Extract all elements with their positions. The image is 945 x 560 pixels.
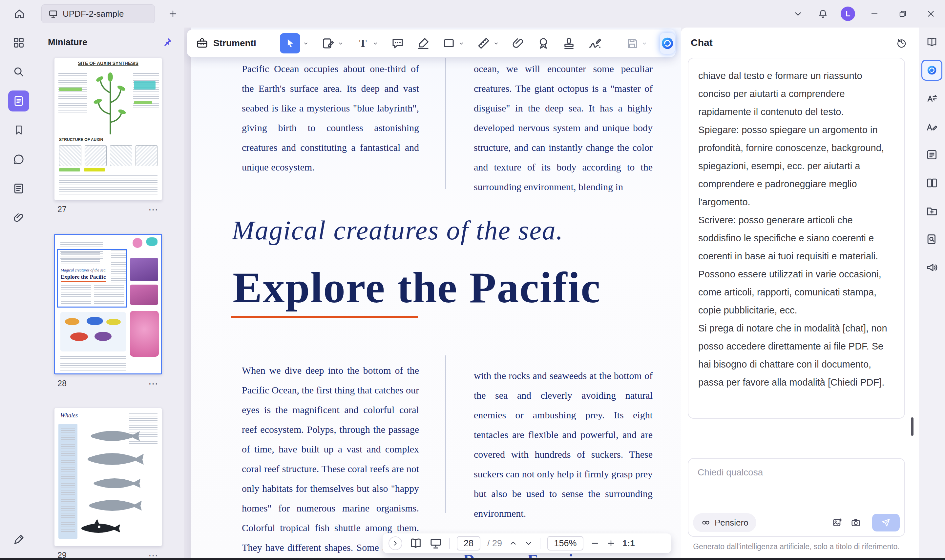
pen-tools-button[interactable] — [8, 529, 29, 550]
expand-controls-button[interactable] — [388, 536, 402, 550]
whale-illustrations — [79, 421, 158, 543]
chat-input-card: Pensiero — [688, 458, 905, 537]
save-dropdown[interactable] — [641, 40, 648, 47]
thumbnail-menu-button[interactable]: ⋯ — [148, 378, 159, 389]
comments-button[interactable] — [8, 149, 29, 170]
presentation-mode-button[interactable] — [429, 537, 442, 550]
open-book-icon — [409, 537, 422, 550]
summary-button[interactable] — [8, 178, 29, 199]
shapes-tool-button[interactable] — [442, 36, 456, 50]
coral-illustration — [133, 238, 142, 248]
text-tool-button[interactable]: T — [356, 36, 370, 50]
column-divider — [445, 355, 446, 513]
zoom-out-button[interactable] — [590, 539, 600, 548]
page-number-input[interactable] — [457, 536, 480, 551]
highlighter-tool-button[interactable] — [416, 36, 430, 50]
tools-menu-button[interactable]: Strumenti — [196, 37, 256, 50]
broadcast-button[interactable] — [921, 257, 942, 278]
chemical-structures — [59, 145, 157, 166]
add-folder-button[interactable] — [921, 201, 942, 222]
avatar: L — [841, 6, 855, 21]
measure-tool-button[interactable] — [477, 36, 490, 50]
thumbnail-menu-button[interactable]: ⋯ — [148, 204, 159, 215]
attach-file-button[interactable] — [512, 37, 525, 50]
split-view-button[interactable] — [921, 172, 942, 194]
actual-size-button[interactable]: 1:1 — [623, 538, 635, 549]
chat-history-button[interactable] — [893, 34, 910, 51]
paragraph-bottom-right: with the rocks and seaweeds at the botto… — [474, 366, 653, 523]
close-button[interactable] — [917, 0, 945, 28]
section-subtitle: Magical creatures of the sea. — [191, 215, 604, 246]
comment-tool-button[interactable] — [391, 36, 405, 50]
document-tab[interactable]: UPDF-2-sample — [42, 4, 155, 23]
restore-icon — [898, 9, 907, 18]
shapes-dropdown[interactable] — [458, 40, 465, 47]
image-add-icon — [832, 517, 843, 528]
notifications-button[interactable] — [811, 0, 836, 28]
left-icon-rail — [0, 28, 37, 560]
chat-scrollbar[interactable] — [911, 417, 914, 436]
reading-mode-button[interactable] — [409, 537, 422, 550]
paperclip-icon — [13, 212, 25, 224]
chevron-down-icon — [337, 40, 344, 47]
minimize-button[interactable] — [860, 0, 889, 28]
thinking-mode-button[interactable]: Pensiero — [693, 513, 756, 532]
stamp-tool-button[interactable] — [562, 36, 576, 50]
add-image-button[interactable] — [828, 514, 846, 532]
edit-page-dropdown[interactable] — [337, 40, 344, 47]
attachments-button[interactable] — [8, 207, 29, 228]
reader-panel-button[interactable] — [921, 31, 942, 52]
account-button[interactable]: L — [836, 0, 860, 28]
toolbox-icon — [196, 37, 209, 50]
save-button[interactable] — [626, 37, 639, 50]
thumbnails-panel-button[interactable] — [8, 91, 29, 111]
marker-icon — [416, 36, 430, 50]
document-search-button[interactable] — [921, 229, 942, 250]
send-button[interactable] — [872, 514, 900, 531]
thumb27-green-chip — [59, 88, 82, 91]
select-tool-dropdown[interactable] — [302, 40, 310, 47]
screenshot-button[interactable] — [846, 514, 865, 532]
summary-note-button[interactable] — [921, 144, 942, 165]
coral-illustration — [130, 311, 159, 357]
home-button[interactable] — [12, 6, 27, 21]
search-button[interactable] — [8, 61, 29, 82]
next-page-button[interactable] — [524, 539, 533, 548]
page-thumbnail-27[interactable]: SITE OF AUXIN SYNTHESIS STRUCTURE OF AUX… — [54, 58, 162, 215]
ai-chat-tab-button[interactable] — [921, 60, 942, 81]
viewport-indicator: Magical creatures of the sea. Explore th… — [57, 249, 127, 308]
new-tab-button[interactable] — [166, 7, 180, 21]
page-controls-bar: / 29 156% 1:1 — [382, 534, 671, 553]
translate-button[interactable] — [921, 88, 942, 109]
chevron-right-icon — [392, 540, 399, 547]
signature-tool-button[interactable] — [588, 36, 602, 51]
ai-writing-button[interactable] — [921, 116, 942, 137]
measure-dropdown[interactable] — [493, 40, 500, 47]
restore-button[interactable] — [889, 0, 917, 28]
chat-input[interactable] — [688, 459, 904, 508]
zoom-in-button[interactable] — [606, 539, 615, 548]
text-tool-dropdown[interactable] — [372, 40, 379, 47]
main-toolbar: Strumenti T — [187, 29, 675, 57]
plant-illustration — [87, 70, 133, 135]
select-tool-button[interactable] — [280, 33, 300, 54]
apps-button[interactable] — [8, 32, 29, 53]
pin-panel-button[interactable] — [160, 35, 174, 49]
tools-label: Strumenti — [213, 38, 256, 49]
thumb27-green-chip — [134, 101, 152, 104]
edit-page-tool-button[interactable] — [321, 36, 335, 50]
ai-chat-panel: Chat chiave dal testo e formare un riass… — [681, 28, 919, 560]
thumb27-teal-chip — [134, 81, 156, 89]
document-viewport[interactable]: Pacific Ocean occupies about one-third o… — [184, 28, 681, 560]
previous-page-button[interactable] — [509, 539, 518, 548]
sticker-tool-button[interactable] — [536, 36, 550, 50]
page-thumbnail-29[interactable]: Whales 29 ⋯ — [54, 408, 162, 560]
collapse-toolbar-button[interactable] — [786, 0, 811, 28]
summary-note-icon — [926, 149, 938, 161]
bookmarks-button[interactable] — [8, 120, 29, 141]
page-thumbnail-28[interactable]: Magical creatures of the sea. Explore th… — [54, 234, 162, 389]
ai-assistant-button[interactable] — [660, 33, 675, 54]
translate-icon — [926, 92, 938, 105]
save-icon — [626, 37, 639, 50]
zoom-level[interactable]: 156% — [547, 536, 583, 551]
